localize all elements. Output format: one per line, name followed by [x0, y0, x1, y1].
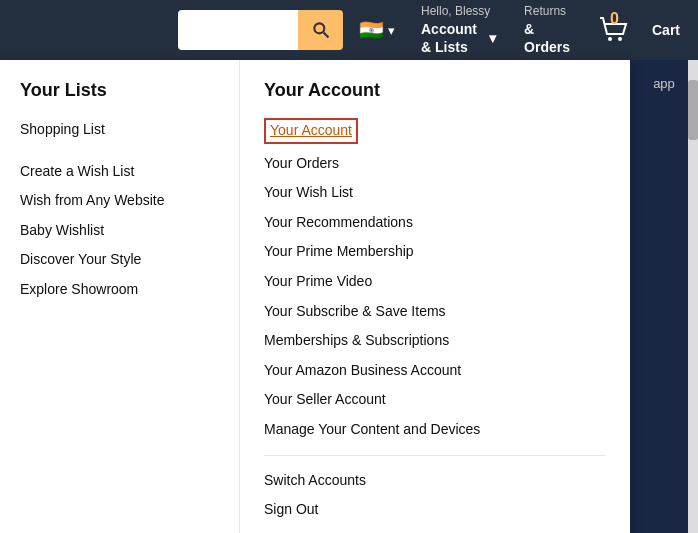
svg-line-1	[323, 33, 328, 38]
flag-selector[interactable]: 🇮🇳 ▾	[351, 18, 403, 42]
account-divider	[264, 455, 606, 456]
account-panel: Your Account Your Account Your Orders Yo…	[240, 60, 630, 533]
greeting-text: Hello, Blessy	[421, 4, 496, 20]
sign-out-item[interactable]: Sign Out	[264, 495, 606, 525]
wish-from-website-item[interactable]: Wish from Any Website	[20, 186, 219, 216]
create-wish-list-item[interactable]: Create a Wish List	[20, 157, 219, 187]
flag-chevron: ▾	[388, 23, 395, 38]
your-wish-list-item[interactable]: Your Wish List	[264, 178, 606, 208]
account-menu-trigger[interactable]: Hello, Blessy Account & Lists ▾	[411, 4, 506, 56]
your-prime-video-item[interactable]: Your Prime Video	[264, 267, 606, 297]
memberships-subscriptions-item[interactable]: Memberships & Subscriptions	[264, 326, 606, 356]
account-section-title: Your Account	[264, 80, 606, 101]
svg-point-3	[618, 37, 622, 41]
your-prime-membership-item[interactable]: Your Prime Membership	[264, 237, 606, 267]
svg-point-0	[314, 23, 324, 33]
app-text: app	[653, 76, 675, 91]
cart-count-badge: 0	[610, 10, 619, 28]
switch-accounts-item[interactable]: Switch Accounts	[264, 466, 606, 496]
app-sidebar: app ›	[630, 60, 698, 533]
amazon-business-item[interactable]: Your Amazon Business Account	[264, 356, 606, 386]
account-label: Account & Lists ▾	[421, 20, 496, 56]
returns-line2: & Orders	[524, 20, 570, 56]
account-dropdown: Your Lists Shopping List Create a Wish L…	[0, 60, 630, 533]
returns-orders[interactable]: Returns & Orders	[514, 4, 580, 56]
shopping-list-item[interactable]: Shopping List	[20, 115, 219, 145]
explore-showroom-item[interactable]: Explore Showroom	[20, 275, 219, 305]
discover-style-item[interactable]: Discover Your Style	[20, 245, 219, 275]
search-input[interactable]	[178, 10, 298, 50]
returns-line1: Returns	[524, 4, 570, 20]
your-account-item[interactable]: Your Account	[264, 118, 358, 144]
baby-wishlist-item[interactable]: Baby Wishlist	[20, 216, 219, 246]
lists-panel: Your Lists Shopping List Create a Wish L…	[0, 60, 240, 533]
search-box[interactable]	[178, 10, 343, 50]
lists-section-title: Your Lists	[20, 80, 219, 101]
scrollbar-thumb[interactable]	[688, 80, 698, 140]
subscribe-save-item[interactable]: Your Subscribe & Save Items	[264, 297, 606, 327]
your-recommendations-item[interactable]: Your Recommendations	[264, 208, 606, 238]
search-button[interactable]	[298, 10, 343, 50]
manage-content-devices-item[interactable]: Manage Your Content and Devices	[264, 415, 606, 445]
india-flag-icon: 🇮🇳	[359, 18, 384, 42]
your-orders-item[interactable]: Your Orders	[264, 149, 606, 179]
seller-account-item[interactable]: Your Seller Account	[264, 385, 606, 415]
cart-button[interactable]: 0 Cart	[588, 12, 688, 48]
account-chevron-icon: ▾	[489, 29, 496, 47]
search-icon	[311, 20, 331, 40]
cart-label: Cart	[652, 22, 680, 38]
scrollbar-track[interactable]	[688, 60, 698, 533]
svg-point-2	[608, 37, 612, 41]
navbar: 🇮🇳 ▾ Hello, Blessy Account & Lists ▾ Ret…	[0, 0, 698, 60]
